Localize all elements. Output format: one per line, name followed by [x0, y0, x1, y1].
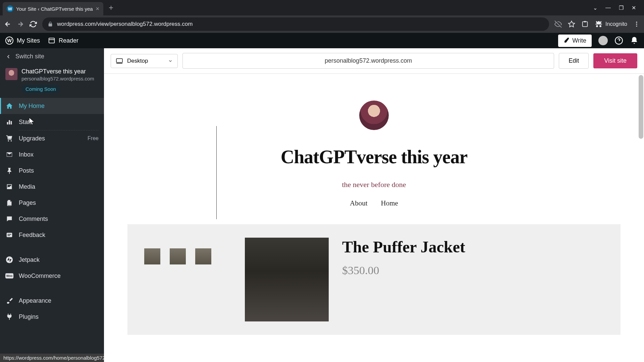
svg-point-14: [6, 256, 13, 263]
admin-sidebar: Switch site ChatGPTverse this year perso…: [0, 48, 104, 362]
edit-button[interactable]: Edit: [559, 53, 589, 69]
address-bar[interactable]: wordpress.com/view/personalblog572.wordp…: [42, 17, 549, 31]
sidebar-item-stats[interactable]: Stats: [0, 114, 104, 130]
pages-icon: [5, 199, 13, 207]
tracking-icon[interactable]: [554, 20, 562, 28]
sidebar-item-posts[interactable]: Posts: [0, 163, 104, 179]
svg-text:Woo: Woo: [6, 274, 12, 278]
chevron-left-icon: [5, 54, 11, 60]
mail-icon: [5, 150, 13, 159]
feedback-icon: [5, 231, 13, 239]
sidebar-item-label: Feedback: [19, 232, 45, 239]
stats-icon: [5, 118, 13, 126]
pin-icon: [5, 167, 13, 175]
help-icon[interactable]: [614, 36, 623, 45]
bookmark-icon[interactable]: [568, 20, 575, 28]
sidebar-item-my-home[interactable]: My Home: [0, 98, 104, 114]
home-icon: [5, 102, 13, 110]
blog-tagline: the never before done: [223, 180, 525, 189]
reader-link[interactable]: Reader: [48, 37, 78, 44]
media-icon: [5, 183, 13, 191]
svg-rect-12: [8, 234, 11, 235]
sidebar-item-label: Stats: [19, 119, 33, 126]
site-card[interactable]: ChatGPTverse this year personalblog572.w…: [0, 65, 104, 98]
site-icon: [5, 68, 17, 80]
menu-icon[interactable]: [633, 21, 640, 27]
plug-icon: [5, 313, 13, 321]
sidebar-item-label: Appearance: [19, 297, 51, 304]
sidebar-item-pages[interactable]: Pages: [0, 195, 104, 211]
sidebar-item-label: Jetpack: [19, 256, 40, 263]
tabs-dropdown-icon[interactable]: ⌄: [593, 5, 597, 11]
menu-badge: Free: [88, 135, 99, 141]
svg-rect-17: [116, 58, 122, 62]
status-bar: https://wordpress.com/home/personalblog5…: [0, 354, 104, 362]
notifications-icon[interactable]: [630, 36, 639, 45]
sidebar-item-jetpack[interactable]: Jetpack: [0, 252, 104, 268]
sidebar-item-label: Comments: [19, 216, 48, 223]
close-tab-icon[interactable]: ×: [96, 5, 99, 12]
close-window-icon[interactable]: ✕: [632, 5, 636, 11]
device-selector[interactable]: Desktop: [111, 54, 178, 68]
product-image[interactable]: [245, 238, 329, 321]
product-thumb[interactable]: [170, 248, 186, 264]
sidebar-item-feedback[interactable]: Feedback: [0, 227, 104, 243]
svg-rect-1: [584, 21, 586, 22]
wordpress-logo-icon: W: [5, 37, 13, 45]
new-tab-button[interactable]: +: [105, 3, 117, 12]
maximize-icon[interactable]: ❐: [619, 5, 624, 11]
svg-rect-9: [9, 120, 10, 125]
svg-rect-0: [583, 22, 588, 27]
browser-tab[interactable]: W Your Site ‹ ChatGPTverse this yea ×: [3, 2, 103, 15]
profile-avatar: [359, 101, 389, 130]
sidebar-item-appearance[interactable]: Appearance: [0, 293, 104, 309]
sidebar-item-upgrades[interactable]: UpgradesFree: [0, 130, 104, 146]
reload-button[interactable]: [30, 20, 37, 28]
forward-button[interactable]: [17, 20, 24, 28]
sidebar-item-inbox[interactable]: Inbox: [0, 146, 104, 163]
sidebar-item-label: Pages: [19, 199, 36, 206]
comment-icon: [5, 215, 13, 223]
svg-rect-5: [49, 38, 55, 43]
visit-site-button[interactable]: Visit site: [593, 53, 637, 68]
sidebar-item-media[interactable]: Media: [0, 179, 104, 195]
svg-rect-8: [7, 122, 8, 124]
sidebar-item-comments[interactable]: Comments: [0, 211, 104, 227]
site-name: ChatGPTverse this year: [21, 68, 99, 75]
product-thumb[interactable]: [195, 248, 211, 264]
scrollbar-thumb[interactable]: [639, 75, 643, 139]
chevron-down-icon: [168, 59, 173, 63]
extensions-icon[interactable]: [581, 20, 589, 28]
sidebar-item-label: Inbox: [19, 151, 34, 158]
product-thumb[interactable]: [144, 248, 160, 264]
svg-rect-10: [11, 121, 12, 124]
sidebar-item-plugins[interactable]: Plugins: [0, 309, 104, 325]
tab-title: Your Site ‹ ChatGPTverse this yea: [16, 6, 93, 12]
svg-rect-13: [8, 235, 10, 236]
product-price: $350.00: [342, 264, 604, 277]
write-icon: [564, 38, 570, 44]
sidebar-item-woocommerce[interactable]: WooWooCommerce: [0, 268, 104, 284]
switch-site-button[interactable]: Switch site: [0, 48, 104, 65]
back-button[interactable]: [4, 20, 11, 28]
nav-home[interactable]: Home: [381, 199, 398, 207]
url-text: wordpress.com/view/personalblog572.wordp…: [57, 21, 193, 27]
svg-rect-11: [7, 233, 12, 237]
site-preview[interactable]: ChatGPTverse this year the never before …: [104, 74, 644, 362]
user-avatar[interactable]: [598, 36, 608, 45]
nav-about[interactable]: About: [350, 199, 368, 207]
preview-toolbar: Desktop personalblog572.wordpress.com Ed…: [104, 48, 644, 74]
sidebar-item-label: Plugins: [19, 313, 39, 320]
lock-icon: [48, 21, 53, 27]
blog-nav: About Home: [124, 199, 624, 207]
site-url: personalblog572.wordpress.com: [21, 76, 99, 81]
my-sites-link[interactable]: W My Sites: [5, 37, 40, 45]
preview-url[interactable]: personalblog572.wordpress.com: [182, 53, 554, 69]
sidebar-item-label: Upgrades: [19, 135, 45, 142]
incognito-badge[interactable]: Incognito: [595, 20, 627, 28]
minimize-icon[interactable]: —: [605, 5, 611, 11]
svg-point-4: [636, 25, 637, 26]
sidebar-item-label: Posts: [19, 167, 34, 174]
write-button[interactable]: Write: [558, 35, 592, 47]
brush-icon: [5, 297, 13, 305]
